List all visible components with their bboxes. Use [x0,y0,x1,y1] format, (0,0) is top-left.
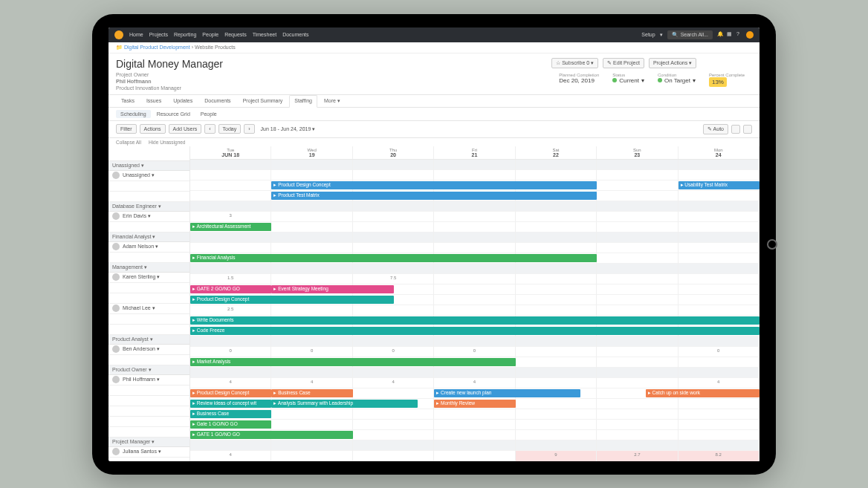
status-value[interactable]: Current ▾ [612,77,644,84]
condition-value[interactable]: On Target ▾ [658,77,696,84]
tab-more[interactable]: More ▾ [319,95,346,107]
person-row[interactable]: Michael Lee ▾ [108,304,190,314]
group-header[interactable]: Product Owner ▾ [108,365,190,375]
tab-updates[interactable]: Updates [168,95,198,107]
task-bar[interactable]: ▸ GATE 2 GO/NO GO [190,285,271,293]
schedule-controls: Collapse All Hide Unassigned [108,138,760,146]
task-bar[interactable]: ▸ Product Design Concept [190,296,394,304]
person-row[interactable]: Juliana Santos ▾ [108,447,190,458]
day-header: Fri21 [434,146,515,159]
person-row[interactable]: Ben Anderson ▾ [108,345,190,355]
nav-item-people[interactable]: People [202,32,218,37]
app-screen: HomeProjectsReportingPeopleRequestsTimes… [108,27,760,461]
task-bar[interactable]: ▸ Code Freeze [190,327,760,335]
notifications-icon[interactable]: 🔔 [717,31,725,39]
global-search[interactable]: 🔍 Search All... [667,30,713,39]
auto-button[interactable]: ✎ Auto [703,124,728,134]
task-bar[interactable]: ▸ Business Case [271,389,352,397]
person-row[interactable]: Erin Davis ▾ [108,212,190,222]
nav-item-timesheet[interactable]: Timesheet [253,32,276,37]
group-header[interactable]: Project Manager ▾ [108,437,190,447]
nav-item-projects[interactable]: Projects [149,32,168,37]
today-button[interactable]: Today [218,124,242,134]
subtab-people[interactable]: People [196,110,221,118]
page-title: Digital Money Manager [116,58,223,70]
subtab-resource-grid[interactable]: Resource Grid [152,110,195,118]
user-avatar-icon[interactable] [746,31,754,39]
filter-button[interactable]: Filter [116,124,137,134]
brand-logo[interactable] [114,30,123,39]
prev-button[interactable]: ‹ [204,124,215,134]
breadcrumb: 📁 Digital Product Development › Website … [108,42,760,53]
edit-project-button[interactable]: ✎ Edit Project [603,58,644,68]
avatar [112,273,120,281]
grid-icon[interactable]: ▦ [727,31,734,39]
task-bar[interactable]: ▸ Usability Test Matrix [678,181,760,189]
day-header: TueJUN 18 [190,146,271,159]
task-bar[interactable]: ▸ Product Design Concept [271,181,597,189]
setup-menu[interactable]: Setup [641,32,655,37]
group-header[interactable]: Financial Analyst ▾ [108,232,190,242]
percent-complete: 13% [709,77,727,87]
task-bar[interactable]: ▸ Analysis Summary with Leadership [271,400,418,408]
group-header[interactable]: Product Analyst ▾ [108,335,190,345]
task-bar[interactable]: ▸ Financial Analysis [190,254,597,262]
tab-project-summary[interactable]: Project Summary [238,95,288,107]
project-owner-name[interactable]: Phil Hoffmann [116,79,151,84]
nav-item-requests[interactable]: Requests [224,32,247,37]
date-range: Jun 18 - Jun 24, 2019 ▾ [261,126,316,132]
task-bar[interactable]: ▸ Catch up on side work [646,389,760,397]
planned-completion: Dec 20, 2019 [559,77,599,84]
subtab-scheduling[interactable]: Scheduling [116,110,151,118]
task-bar[interactable]: ▸ Product Design Concept [190,389,271,397]
tab-staffing[interactable]: Staffing [289,95,317,108]
next-button[interactable]: › [244,124,254,134]
task-bar[interactable]: ▸ GATE 1 GO/NO GO [190,431,353,439]
group-header[interactable]: Management ▾ [108,263,190,273]
day-header: Wed19 [271,146,352,159]
maximize-icon[interactable] [731,125,740,134]
nav-item-documents[interactable]: Documents [282,32,308,37]
group-header[interactable]: Database Engineer ▾ [108,202,190,212]
person-row[interactable]: Unassigned ▾ [108,171,190,181]
topnav-icons: 🔔 ▦ ? [717,31,754,39]
avatar [112,448,120,455]
add-users-button[interactable]: Add Users [169,124,202,134]
task-bar[interactable]: ▸ Market Analysis [190,358,516,366]
collapse-all-link[interactable]: Collapse All [116,140,141,145]
task-bar[interactable]: ▸ Gate 1 GO/NO GO [190,420,271,429]
nav-item-reporting[interactable]: Reporting [174,32,196,37]
hide-unassigned-link[interactable]: Hide Unassigned [149,140,186,145]
tab-issues[interactable]: Issues [141,95,166,107]
nav-item-home[interactable]: Home [129,32,143,37]
task-bar[interactable]: ▸ Create new launch plan [434,389,580,397]
breadcrumb-parent[interactable]: Digital Product Development [124,45,190,50]
avatar [112,376,120,383]
task-bar[interactable]: ▸ Business Case [190,410,271,418]
schedule-timeline: TueJUN 18Wed19Thu20Fri21Sat22Sun23Mon24 … [190,146,760,461]
task-bar[interactable]: ▸ Review ideas of concept wit [190,400,271,408]
avatar [112,172,120,179]
avatar [112,212,120,220]
staffing-subtabs: SchedulingResource GridPeople [108,108,760,121]
project-actions-button[interactable]: Project Actions ▾ [649,58,696,68]
group-header[interactable]: Unassigned ▾ [108,161,190,171]
page-header: Digital Money Manager Project Owner Phil… [108,53,760,95]
subscribe-button[interactable]: ☆ Subscribe 0 ▾ [551,58,598,68]
tab-documents[interactable]: Documents [199,95,236,107]
person-row[interactable]: Phil Hoffmann ▾ [108,375,190,385]
breadcrumb-current: Website Products [195,45,236,50]
person-row[interactable]: Adam Nelson ▾ [108,242,190,253]
help-icon[interactable]: ? [736,31,744,39]
actions-button[interactable]: Actions [140,124,166,134]
settings-icon[interactable] [743,125,752,134]
task-bar[interactable]: ▸ Event Strategy Meeting [271,285,393,293]
tablet-home-button [767,239,777,250]
task-bar[interactable]: ▸ Product Test Matrix [271,192,597,200]
nav-menu: HomeProjectsReportingPeopleRequestsTimes… [129,32,309,37]
task-bar[interactable]: ▸ Write Documents [190,316,760,325]
task-bar[interactable]: ▸ Architectural Assessment [190,223,271,231]
tab-tasks[interactable]: Tasks [116,95,140,107]
person-row[interactable]: Karen Sterling ▾ [108,273,190,283]
task-bar[interactable]: ▸ Monthly Review [434,400,515,408]
